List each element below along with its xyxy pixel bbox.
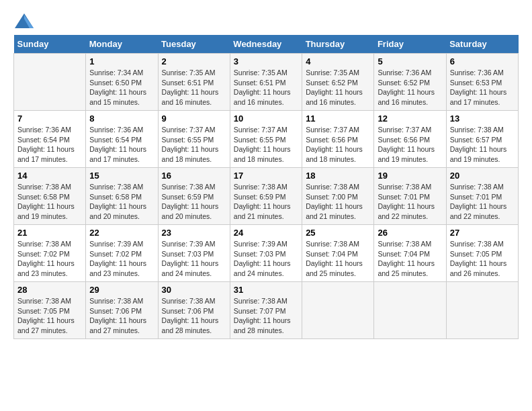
day-info: Sunrise: 7:38 AMSunset: 7:06 PMDaylight:… — [162, 296, 226, 336]
day-info: Sunrise: 7:37 AMSunset: 6:56 PMDaylight:… — [306, 125, 370, 165]
day-info: Sunrise: 7:39 AMSunset: 7:03 PMDaylight:… — [234, 239, 298, 279]
day-header-saturday: Saturday — [446, 35, 518, 54]
calendar-cell: 7Sunrise: 7:36 AMSunset: 6:54 PMDaylight… — [14, 111, 86, 168]
day-info: Sunrise: 7:37 AMSunset: 6:55 PMDaylight:… — [162, 125, 226, 165]
day-number: 31 — [234, 285, 298, 295]
day-info: Sunrise: 7:38 AMSunset: 7:01 PMDaylight:… — [450, 182, 515, 222]
day-header-monday: Monday — [86, 35, 158, 54]
day-number: 3 — [234, 56, 298, 66]
day-number: 10 — [234, 113, 298, 124]
day-number: 6 — [450, 56, 515, 66]
day-number: 2 — [162, 56, 226, 66]
day-header-sunday: Sunday — [14, 35, 86, 54]
day-number: 24 — [234, 228, 298, 238]
calendar-week-row: 14Sunrise: 7:38 AMSunset: 6:58 PMDayligh… — [14, 168, 519, 225]
calendar-header-row: SundayMondayTuesdayWednesdayThursdayFrid… — [14, 35, 519, 54]
calendar-cell: 1Sunrise: 7:34 AMSunset: 6:50 PMDaylight… — [86, 54, 158, 111]
day-info: Sunrise: 7:38 AMSunset: 7:04 PMDaylight:… — [306, 239, 370, 279]
day-info: Sunrise: 7:37 AMSunset: 6:56 PMDaylight:… — [378, 125, 442, 165]
calendar-cell: 4Sunrise: 7:35 AMSunset: 6:52 PMDaylight… — [302, 54, 374, 111]
day-number: 19 — [378, 171, 442, 181]
day-info: Sunrise: 7:38 AMSunset: 7:05 PMDaylight:… — [17, 296, 82, 336]
day-number: 20 — [450, 171, 515, 181]
day-info: Sunrise: 7:39 AMSunset: 7:03 PMDaylight:… — [162, 239, 226, 279]
day-number: 26 — [378, 228, 442, 238]
calendar-cell: 5Sunrise: 7:36 AMSunset: 6:52 PMDaylight… — [374, 54, 446, 111]
day-info: Sunrise: 7:38 AMSunset: 7:06 PMDaylight:… — [89, 296, 154, 336]
calendar-cell: 10Sunrise: 7:37 AMSunset: 6:55 PMDayligh… — [230, 111, 302, 168]
day-number: 29 — [89, 285, 154, 295]
calendar-cell: 25Sunrise: 7:38 AMSunset: 7:04 PMDayligh… — [302, 225, 374, 282]
calendar-cell: 26Sunrise: 7:38 AMSunset: 7:04 PMDayligh… — [374, 225, 446, 282]
day-header-thursday: Thursday — [302, 35, 374, 54]
day-info: Sunrise: 7:39 AMSunset: 7:02 PMDaylight:… — [89, 239, 154, 279]
calendar-cell — [446, 282, 518, 339]
calendar-cell: 12Sunrise: 7:37 AMSunset: 6:56 PMDayligh… — [374, 111, 446, 168]
calendar-cell: 22Sunrise: 7:39 AMSunset: 7:02 PMDayligh… — [86, 225, 158, 282]
day-header-tuesday: Tuesday — [158, 35, 230, 54]
day-info: Sunrise: 7:38 AMSunset: 7:00 PMDaylight:… — [306, 182, 370, 222]
calendar-table: SundayMondayTuesdayWednesdayThursdayFrid… — [13, 35, 519, 339]
day-info: Sunrise: 7:36 AMSunset: 6:54 PMDaylight:… — [89, 125, 154, 165]
day-info: Sunrise: 7:36 AMSunset: 6:54 PMDaylight:… — [17, 125, 82, 165]
day-number: 5 — [378, 56, 442, 66]
day-number: 16 — [162, 171, 226, 181]
day-number: 25 — [306, 228, 370, 238]
calendar-cell: 30Sunrise: 7:38 AMSunset: 7:06 PMDayligh… — [158, 282, 230, 339]
day-number: 15 — [89, 171, 154, 181]
day-number: 23 — [162, 228, 226, 238]
calendar-week-row: 7Sunrise: 7:36 AMSunset: 6:54 PMDaylight… — [14, 111, 519, 168]
day-number: 8 — [89, 113, 154, 124]
calendar-cell: 19Sunrise: 7:38 AMSunset: 7:01 PMDayligh… — [374, 168, 446, 225]
day-number: 18 — [306, 171, 370, 181]
calendar-cell: 29Sunrise: 7:38 AMSunset: 7:06 PMDayligh… — [86, 282, 158, 339]
day-info: Sunrise: 7:37 AMSunset: 6:55 PMDaylight:… — [234, 125, 298, 165]
day-info: Sunrise: 7:35 AMSunset: 6:51 PMDaylight:… — [234, 68, 298, 107]
calendar-cell: 14Sunrise: 7:38 AMSunset: 6:58 PMDayligh… — [14, 168, 86, 225]
day-info: Sunrise: 7:38 AMSunset: 6:59 PMDaylight:… — [162, 182, 226, 222]
day-number: 22 — [89, 228, 154, 238]
page-header — [13, 13, 519, 28]
calendar-cell — [14, 54, 86, 111]
calendar-cell: 20Sunrise: 7:38 AMSunset: 7:01 PMDayligh… — [446, 168, 518, 225]
day-number: 27 — [450, 228, 515, 238]
day-header-wednesday: Wednesday — [230, 35, 302, 54]
day-info: Sunrise: 7:38 AMSunset: 7:01 PMDaylight:… — [378, 182, 442, 222]
calendar-cell: 3Sunrise: 7:35 AMSunset: 6:51 PMDaylight… — [230, 54, 302, 111]
day-info: Sunrise: 7:38 AMSunset: 7:07 PMDaylight:… — [234, 296, 298, 336]
calendar-cell: 6Sunrise: 7:36 AMSunset: 6:53 PMDaylight… — [446, 54, 518, 111]
calendar-cell: 8Sunrise: 7:36 AMSunset: 6:54 PMDaylight… — [86, 111, 158, 168]
logo — [13, 13, 34, 28]
calendar-cell: 13Sunrise: 7:38 AMSunset: 6:57 PMDayligh… — [446, 111, 518, 168]
day-number: 13 — [450, 113, 515, 124]
calendar-cell: 2Sunrise: 7:35 AMSunset: 6:51 PMDaylight… — [158, 54, 230, 111]
day-number: 11 — [306, 113, 370, 124]
calendar-cell: 27Sunrise: 7:38 AMSunset: 7:05 PMDayligh… — [446, 225, 518, 282]
day-number: 21 — [17, 228, 82, 238]
day-info: Sunrise: 7:38 AMSunset: 6:57 PMDaylight:… — [450, 125, 515, 165]
calendar-cell: 21Sunrise: 7:38 AMSunset: 7:02 PMDayligh… — [14, 225, 86, 282]
calendar-cell — [374, 282, 446, 339]
calendar-cell: 15Sunrise: 7:38 AMSunset: 6:58 PMDayligh… — [86, 168, 158, 225]
day-number: 1 — [89, 56, 154, 66]
day-info: Sunrise: 7:38 AMSunset: 6:58 PMDaylight:… — [17, 182, 82, 222]
day-info: Sunrise: 7:36 AMSunset: 6:52 PMDaylight:… — [378, 68, 442, 107]
day-info: Sunrise: 7:38 AMSunset: 7:05 PMDaylight:… — [450, 239, 515, 279]
logo-icon — [15, 13, 34, 28]
day-number: 14 — [17, 171, 82, 181]
calendar-cell: 16Sunrise: 7:38 AMSunset: 6:59 PMDayligh… — [158, 168, 230, 225]
day-number: 12 — [378, 113, 442, 124]
calendar-cell: 9Sunrise: 7:37 AMSunset: 6:55 PMDaylight… — [158, 111, 230, 168]
calendar-week-row: 21Sunrise: 7:38 AMSunset: 7:02 PMDayligh… — [14, 225, 519, 282]
calendar-cell: 11Sunrise: 7:37 AMSunset: 6:56 PMDayligh… — [302, 111, 374, 168]
calendar-cell: 31Sunrise: 7:38 AMSunset: 7:07 PMDayligh… — [230, 282, 302, 339]
calendar-cell: 18Sunrise: 7:38 AMSunset: 7:00 PMDayligh… — [302, 168, 374, 225]
day-info: Sunrise: 7:38 AMSunset: 6:58 PMDaylight:… — [89, 182, 154, 222]
calendar-week-row: 1Sunrise: 7:34 AMSunset: 6:50 PMDaylight… — [14, 54, 519, 111]
day-number: 7 — [17, 113, 82, 124]
day-info: Sunrise: 7:36 AMSunset: 6:53 PMDaylight:… — [450, 68, 515, 107]
calendar-cell: 28Sunrise: 7:38 AMSunset: 7:05 PMDayligh… — [14, 282, 86, 339]
day-info: Sunrise: 7:38 AMSunset: 6:59 PMDaylight:… — [234, 182, 298, 222]
calendar-week-row: 28Sunrise: 7:38 AMSunset: 7:05 PMDayligh… — [14, 282, 519, 339]
calendar-cell: 24Sunrise: 7:39 AMSunset: 7:03 PMDayligh… — [230, 225, 302, 282]
